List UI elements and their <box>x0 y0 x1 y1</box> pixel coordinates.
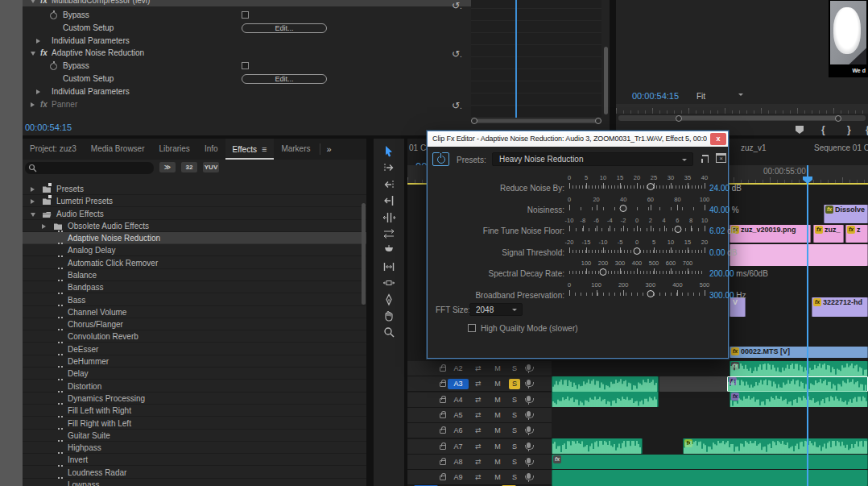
solo-toggle[interactable]: S <box>509 442 520 452</box>
panel-menu-icon[interactable]: ≡ <box>262 144 267 154</box>
delete-effect-icon[interactable]: × <box>716 155 726 163</box>
tab-media-browser[interactable]: Media Browser <box>84 139 152 160</box>
effects-tree-item-dynamics-processing[interactable]: Dynamics Processing <box>23 393 366 405</box>
program-monitor-ruler[interactable] <box>616 104 868 114</box>
mute-toggle[interactable]: M <box>492 395 503 405</box>
mark-out-icon[interactable]: } <box>847 124 851 135</box>
sync-lock-icon[interactable]: ⇄ <box>475 380 482 388</box>
keyframe-icon[interactable] <box>701 155 709 163</box>
effects-tree-item-automatic-click-remover[interactable]: Automatic Click Remover <box>23 257 366 269</box>
tab-effects[interactable]: Effects≡ <box>225 139 275 160</box>
chevron-right-icon[interactable] <box>31 199 35 204</box>
clip-audio-a3-mid[interactable] <box>659 376 728 392</box>
reset-effect-icon[interactable]: ↺ <box>452 101 462 111</box>
effects-tree-item-adaptive-noise-reduction[interactable]: Adaptive Noise Reduction <box>23 232 366 244</box>
zoom-bar-right-handle[interactable] <box>835 115 841 122</box>
chevron-right-icon[interactable] <box>31 102 35 107</box>
clip-audio-a2-right[interactable]: fx <box>730 361 868 376</box>
effect-power-toggle[interactable] <box>432 152 449 166</box>
zoom-tool[interactable] <box>382 326 395 339</box>
mute-toggle[interactable]: M <box>492 363 503 374</box>
effect-controls-timecode[interactable]: 00:00:54:15 <box>25 123 72 132</box>
add-marker-icon[interactable] <box>796 126 804 134</box>
effects-tree-item-deesser[interactable]: DeEsser <box>23 343 366 355</box>
effects-tree-item-channel-volume[interactable]: Channel Volume <box>23 306 366 318</box>
solo-toggle[interactable]: S <box>509 457 520 467</box>
effects-tree-item-dehummer[interactable]: DeHummer <box>23 355 366 368</box>
chevron-right-icon[interactable] <box>42 224 46 229</box>
tab-info[interactable]: Info <box>197 139 225 160</box>
sync-lock-icon[interactable]: ⇄ <box>475 442 482 451</box>
edit-button[interactable]: Edit... <box>242 23 327 33</box>
clip-dissolve[interactable]: fxDissolve <box>824 205 868 223</box>
track-name-a6[interactable]: A6 <box>448 426 469 436</box>
effect-row-header[interactable]: fxMultibandCompressor (levi) <box>23 0 471 6</box>
effects-tree-item-fill-left-with-right[interactable]: Fill Left with Right <box>23 405 366 417</box>
clip-zuz-v20019[interactable]: fxzuz_v20019.png <box>730 225 811 243</box>
slider-control[interactable]: -10-8-6-4-20246810 <box>569 217 705 238</box>
close-button[interactable]: x <box>710 133 726 145</box>
lock-icon[interactable] <box>440 382 446 387</box>
effect-controls-playhead[interactable] <box>515 0 517 118</box>
effect-row-params[interactable]: Individual Parameters <box>23 35 471 47</box>
fft-size-dropdown[interactable]: 2048 <box>469 303 523 316</box>
mute-toggle[interactable]: M <box>492 410 503 421</box>
sync-lock-icon[interactable]: ⇄ <box>475 364 482 372</box>
slider-knob[interactable] <box>674 226 681 233</box>
effects-tree-item-lowpass[interactable]: Lowpass <box>23 479 366 486</box>
tab-libraries[interactable]: Libraries <box>152 139 197 160</box>
clip-3222712-hd[interactable]: fx3222712-hd <box>812 297 868 317</box>
effect-row-header[interactable]: fxAdaptive Noise Reduction <box>23 48 471 59</box>
clip-audio-a8[interactable]: fx <box>552 455 868 469</box>
clip-zuz-2[interactable]: fxzuz_ <box>813 225 844 243</box>
effects-tree-item-audio-effects[interactable]: Audio Effects <box>23 208 366 220</box>
bypass-checkbox[interactable] <box>242 62 249 69</box>
zoom-bar-range[interactable] <box>474 119 598 123</box>
effect-row-params[interactable]: Individual Parameters <box>23 86 471 98</box>
effects-tree-item-loudness-radar[interactable]: Loudness Radar <box>23 467 366 479</box>
tab-project-zuz3[interactable]: Project: zuz3 <box>23 139 84 160</box>
chevron-right-icon[interactable] <box>36 39 40 44</box>
clip-audio-a9[interactable] <box>552 470 868 486</box>
zoom-bar-left-handle[interactable] <box>471 118 477 124</box>
mic-icon[interactable] <box>527 426 531 432</box>
mic-icon[interactable] <box>527 380 531 385</box>
effects-tree-item-chorus-flanger[interactable]: Chorus/Flanger <box>23 318 366 330</box>
program-monitor-timecode[interactable]: 00:00:54:15 <box>632 91 679 101</box>
presets-dropdown[interactable]: Heavy Noise Reduction <box>492 152 693 166</box>
stopwatch-icon[interactable] <box>50 63 57 70</box>
slider-knob[interactable] <box>647 290 654 297</box>
mic-icon[interactable] <box>527 442 531 448</box>
track-name-a9[interactable]: A9 <box>448 472 469 483</box>
tab-markers[interactable]: Markers <box>274 139 317 160</box>
slip-tool[interactable] <box>382 260 395 273</box>
lock-icon[interactable] <box>440 367 446 372</box>
slider-knob[interactable] <box>647 183 654 190</box>
effects-tree-item-obsolete-audio-effects[interactable]: Obsolete Audio Effects <box>23 220 366 232</box>
slider-track[interactable] <box>569 289 705 296</box>
rate-stretch-tool[interactable] <box>382 227 395 240</box>
reset-effect-icon[interactable]: ↺ <box>452 49 462 60</box>
mic-icon[interactable] <box>527 396 531 401</box>
solo-toggle[interactable]: S <box>509 363 520 374</box>
chevron-right-icon[interactable] <box>31 187 35 192</box>
pen-tool[interactable] <box>382 293 395 306</box>
slider-control[interactable]: 0510152025303540 <box>569 174 705 195</box>
hand-tool[interactable] <box>382 309 395 322</box>
effects-search-input[interactable] <box>25 162 154 174</box>
lock-icon[interactable] <box>440 460 446 465</box>
effect-controls-scrollbar[interactable] <box>604 47 608 114</box>
track-select-forward-tool[interactable] <box>382 161 395 174</box>
chevron-down-icon[interactable] <box>31 52 35 56</box>
mic-icon[interactable] <box>527 411 531 417</box>
clip-audio-a4-right[interactable]: fx <box>730 392 868 407</box>
track-name-a2[interactable]: A2 <box>448 363 469 374</box>
zoom-level-select[interactable]: Fit <box>696 92 743 101</box>
dialog-titlebar[interactable]: Clip Fx Editor - Adaptive Noise Reductio… <box>428 131 728 147</box>
timeline-tab[interactable]: zuz_v1 <box>741 139 767 158</box>
slider-control[interactable]: 020406080100 <box>569 196 705 217</box>
slider-control[interactable]: 0100200300400500 <box>569 281 705 302</box>
mute-toggle[interactable]: M <box>492 426 503 436</box>
slider-knob[interactable] <box>634 247 641 255</box>
clip-audio-a3-left[interactable] <box>552 376 659 392</box>
